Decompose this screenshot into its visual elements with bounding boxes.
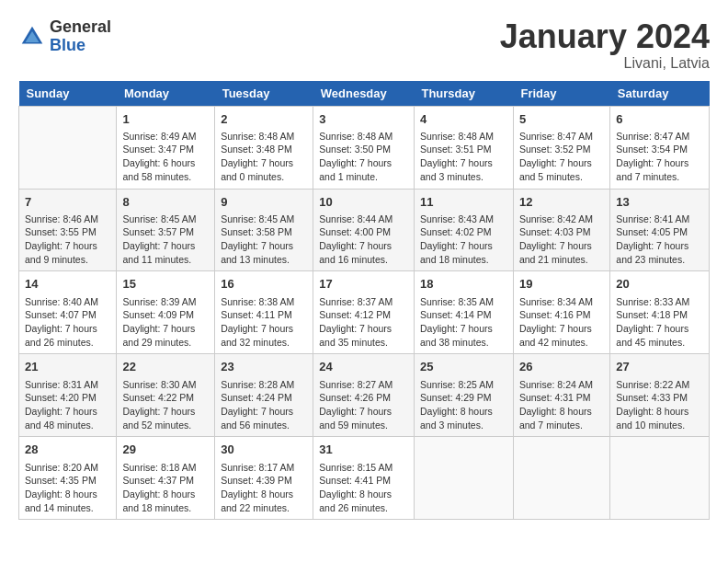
day-info: Sunrise: 8:25 AMSunset: 4:29 PMDaylight:… bbox=[420, 378, 507, 432]
day-info: Sunrise: 8:20 AMSunset: 4:35 PMDaylight:… bbox=[25, 461, 110, 515]
table-row: 3Sunrise: 8:48 AMSunset: 3:50 PMDaylight… bbox=[313, 106, 415, 189]
day-info: Sunrise: 8:45 AMSunset: 3:57 PMDaylight:… bbox=[122, 213, 209, 267]
day-number: 18 bbox=[420, 276, 507, 293]
table-row bbox=[513, 437, 609, 520]
day-info: Sunrise: 8:15 AMSunset: 4:41 PMDaylight:… bbox=[319, 461, 408, 515]
day-number: 11 bbox=[420, 194, 507, 211]
logo-general: General bbox=[50, 18, 111, 37]
col-tuesday: Tuesday bbox=[215, 81, 313, 107]
day-number: 7 bbox=[25, 194, 110, 211]
calendar-week-row: 1Sunrise: 8:49 AMSunset: 3:47 PMDaylight… bbox=[19, 106, 710, 189]
calendar-week-row: 28Sunrise: 8:20 AMSunset: 4:35 PMDayligh… bbox=[19, 437, 710, 520]
table-row: 21Sunrise: 8:31 AMSunset: 4:20 PMDayligh… bbox=[19, 354, 117, 437]
day-info: Sunrise: 8:27 AMSunset: 4:26 PMDaylight:… bbox=[319, 378, 408, 432]
day-number: 21 bbox=[25, 359, 110, 375]
table-row: 14Sunrise: 8:40 AMSunset: 4:07 PMDayligh… bbox=[19, 271, 117, 354]
title-area: January 2024 Livani, Latvia bbox=[500, 18, 710, 72]
table-row: 24Sunrise: 8:27 AMSunset: 4:26 PMDayligh… bbox=[313, 354, 415, 437]
day-info: Sunrise: 8:44 AMSunset: 4:00 PMDaylight:… bbox=[319, 213, 408, 267]
day-number: 25 bbox=[420, 359, 507, 375]
day-number: 12 bbox=[519, 194, 604, 211]
day-info: Sunrise: 8:48 AMSunset: 3:50 PMDaylight:… bbox=[319, 130, 408, 184]
table-row: 29Sunrise: 8:18 AMSunset: 4:37 PMDayligh… bbox=[117, 437, 215, 520]
day-number: 13 bbox=[616, 194, 703, 211]
day-info: Sunrise: 8:48 AMSunset: 3:48 PMDaylight:… bbox=[221, 130, 307, 184]
month-title: January 2024 bbox=[500, 18, 710, 55]
table-row: 8Sunrise: 8:45 AMSunset: 3:57 PMDaylight… bbox=[117, 189, 215, 271]
day-number: 10 bbox=[319, 194, 408, 211]
day-number: 1 bbox=[122, 111, 209, 128]
day-number: 28 bbox=[25, 442, 110, 458]
logo: General Blue bbox=[18, 18, 111, 55]
day-info: Sunrise: 8:18 AMSunset: 4:37 PMDaylight:… bbox=[122, 461, 209, 515]
table-row: 30Sunrise: 8:17 AMSunset: 4:39 PMDayligh… bbox=[215, 437, 313, 520]
day-number: 3 bbox=[319, 111, 408, 128]
table-row: 11Sunrise: 8:43 AMSunset: 4:02 PMDayligh… bbox=[414, 189, 513, 271]
day-info: Sunrise: 8:43 AMSunset: 4:02 PMDaylight:… bbox=[420, 213, 507, 267]
day-number: 17 bbox=[319, 276, 408, 293]
table-row: 2Sunrise: 8:48 AMSunset: 3:48 PMDaylight… bbox=[215, 106, 313, 189]
day-number: 9 bbox=[221, 194, 307, 211]
day-number: 23 bbox=[221, 359, 307, 375]
logo-blue: Blue bbox=[50, 37, 111, 55]
logo-text: General Blue bbox=[50, 18, 111, 55]
day-number: 20 bbox=[616, 276, 703, 293]
page-header: General Blue January 2024 Livani, Latvia bbox=[18, 18, 710, 72]
table-row: 28Sunrise: 8:20 AMSunset: 4:35 PMDayligh… bbox=[19, 437, 117, 520]
day-number: 5 bbox=[519, 111, 604, 128]
day-number: 14 bbox=[25, 276, 110, 293]
table-row: 23Sunrise: 8:28 AMSunset: 4:24 PMDayligh… bbox=[215, 354, 313, 437]
table-row: 15Sunrise: 8:39 AMSunset: 4:09 PMDayligh… bbox=[117, 271, 215, 354]
day-number: 2 bbox=[221, 111, 307, 128]
day-info: Sunrise: 8:47 AMSunset: 3:54 PMDaylight:… bbox=[616, 130, 703, 184]
day-number: 4 bbox=[420, 111, 507, 128]
day-info: Sunrise: 8:33 AMSunset: 4:18 PMDaylight:… bbox=[616, 295, 703, 350]
table-row bbox=[19, 106, 117, 189]
col-sunday: Sunday bbox=[19, 81, 117, 107]
logo-icon bbox=[18, 23, 46, 51]
day-info: Sunrise: 8:37 AMSunset: 4:12 PMDaylight:… bbox=[319, 295, 408, 350]
day-info: Sunrise: 8:35 AMSunset: 4:14 PMDaylight:… bbox=[420, 295, 507, 350]
table-row: 7Sunrise: 8:46 AMSunset: 3:55 PMDaylight… bbox=[19, 189, 117, 271]
day-info: Sunrise: 8:49 AMSunset: 3:47 PMDaylight:… bbox=[122, 130, 209, 184]
table-row: 19Sunrise: 8:34 AMSunset: 4:16 PMDayligh… bbox=[513, 271, 609, 354]
day-info: Sunrise: 8:24 AMSunset: 4:31 PMDaylight:… bbox=[519, 378, 604, 432]
day-number: 27 bbox=[616, 359, 703, 375]
col-thursday: Thursday bbox=[414, 81, 513, 107]
day-info: Sunrise: 8:31 AMSunset: 4:20 PMDaylight:… bbox=[25, 378, 110, 432]
day-info: Sunrise: 8:48 AMSunset: 3:51 PMDaylight:… bbox=[420, 130, 507, 184]
table-row: 16Sunrise: 8:38 AMSunset: 4:11 PMDayligh… bbox=[215, 271, 313, 354]
calendar-week-row: 7Sunrise: 8:46 AMSunset: 3:55 PMDaylight… bbox=[19, 189, 710, 271]
day-info: Sunrise: 8:47 AMSunset: 3:52 PMDaylight:… bbox=[519, 130, 604, 184]
table-row: 26Sunrise: 8:24 AMSunset: 4:31 PMDayligh… bbox=[513, 354, 609, 437]
day-number: 19 bbox=[519, 276, 604, 293]
calendar-table: Sunday Monday Tuesday Wednesday Thursday… bbox=[18, 81, 710, 521]
table-row: 22Sunrise: 8:30 AMSunset: 4:22 PMDayligh… bbox=[117, 354, 215, 437]
day-number: 22 bbox=[122, 359, 209, 375]
day-info: Sunrise: 8:22 AMSunset: 4:33 PMDaylight:… bbox=[616, 378, 703, 432]
day-info: Sunrise: 8:28 AMSunset: 4:24 PMDaylight:… bbox=[221, 378, 307, 432]
day-info: Sunrise: 8:17 AMSunset: 4:39 PMDaylight:… bbox=[221, 461, 307, 515]
table-row: 20Sunrise: 8:33 AMSunset: 4:18 PMDayligh… bbox=[610, 271, 710, 354]
day-info: Sunrise: 8:40 AMSunset: 4:07 PMDaylight:… bbox=[25, 295, 110, 350]
col-saturday: Saturday bbox=[610, 81, 710, 107]
table-row: 18Sunrise: 8:35 AMSunset: 4:14 PMDayligh… bbox=[414, 271, 513, 354]
location: Livani, Latvia bbox=[500, 55, 710, 72]
table-row: 31Sunrise: 8:15 AMSunset: 4:41 PMDayligh… bbox=[313, 437, 415, 520]
calendar-week-row: 21Sunrise: 8:31 AMSunset: 4:20 PMDayligh… bbox=[19, 354, 710, 437]
day-info: Sunrise: 8:39 AMSunset: 4:09 PMDaylight:… bbox=[122, 295, 209, 350]
day-number: 16 bbox=[221, 276, 307, 293]
table-row: 1Sunrise: 8:49 AMSunset: 3:47 PMDaylight… bbox=[117, 106, 215, 189]
table-row: 13Sunrise: 8:41 AMSunset: 4:05 PMDayligh… bbox=[610, 189, 710, 271]
calendar-week-row: 14Sunrise: 8:40 AMSunset: 4:07 PMDayligh… bbox=[19, 271, 710, 354]
table-row: 9Sunrise: 8:45 AMSunset: 3:58 PMDaylight… bbox=[215, 189, 313, 271]
day-info: Sunrise: 8:41 AMSunset: 4:05 PMDaylight:… bbox=[616, 213, 703, 267]
table-row: 10Sunrise: 8:44 AMSunset: 4:00 PMDayligh… bbox=[313, 189, 415, 271]
day-info: Sunrise: 8:30 AMSunset: 4:22 PMDaylight:… bbox=[122, 378, 209, 432]
table-row bbox=[610, 437, 710, 520]
day-info: Sunrise: 8:34 AMSunset: 4:16 PMDaylight:… bbox=[519, 295, 604, 350]
table-row: 17Sunrise: 8:37 AMSunset: 4:12 PMDayligh… bbox=[313, 271, 415, 354]
day-number: 29 bbox=[122, 442, 209, 458]
table-row bbox=[414, 437, 513, 520]
col-friday: Friday bbox=[513, 81, 609, 107]
